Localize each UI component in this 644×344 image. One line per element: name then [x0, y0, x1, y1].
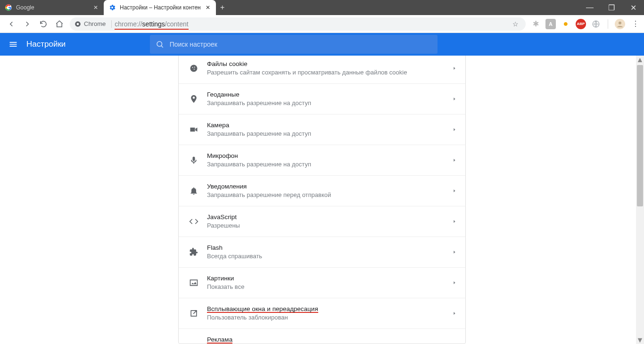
- new-tab-button[interactable]: +: [216, 0, 229, 15]
- svg-point-9: [194, 69, 195, 70]
- settings-row-title: Камера: [207, 121, 452, 130]
- settings-row-title: Геоданные: [207, 90, 452, 99]
- back-button[interactable]: [6, 18, 17, 30]
- settings-row-mic[interactable]: МикрофонЗапрашивать разрешение на доступ: [179, 145, 465, 176]
- reload-button[interactable]: [38, 18, 49, 30]
- settings-row-texts: МикрофонЗапрашивать разрешение на доступ: [207, 152, 452, 169]
- code-icon: [187, 217, 200, 226]
- settings-row-title: Файлы cookie: [207, 60, 452, 68]
- svg-point-6: [190, 65, 198, 72]
- tab-favicon: [108, 4, 116, 11]
- svg-point-2: [77, 23, 79, 25]
- scrollbar-up-icon[interactable]: ▲: [636, 56, 644, 64]
- settings-row-image[interactable]: КартинкиПоказать все: [179, 268, 465, 298]
- settings-row-subtitle: Запрашивать разрешение перед отправкой: [207, 191, 452, 199]
- window-controls: — ❐ ✕: [579, 0, 644, 15]
- settings-search[interactable]: [150, 35, 438, 54]
- settings-row-title: JavaScript: [207, 213, 452, 221]
- close-window-button[interactable]: ✕: [622, 0, 644, 15]
- tab-close-icon[interactable]: ✕: [92, 4, 99, 11]
- location-icon: [187, 94, 200, 104]
- settings-row-code[interactable]: JavaScriptРазрешены: [179, 206, 465, 237]
- browser-menu-button[interactable]: ⋮: [630, 18, 641, 30]
- extension-pdf-icon[interactable]: A: [545, 19, 556, 29]
- settings-row-texts: ГеоданныеЗапрашивать разрешение на досту…: [207, 90, 452, 107]
- tab-close-icon[interactable]: ✕: [205, 4, 211, 11]
- extension-coin-icon[interactable]: ●: [561, 19, 571, 29]
- hamburger-menu-button[interactable]: [0, 40, 26, 49]
- chevron-right-icon: [452, 217, 457, 226]
- settings-row-subtitle: Показать все: [207, 283, 452, 291]
- settings-row-title: Микрофон: [207, 152, 452, 160]
- settings-row-subtitle: Пользователь заблокирован: [207, 313, 452, 322]
- extension-abp-icon[interactable]: ABP: [576, 19, 586, 29]
- forward-button[interactable]: [22, 18, 33, 30]
- settings-row-location[interactable]: ГеоданныеЗапрашивать разрешение на досту…: [179, 84, 465, 115]
- settings-row-title: Картинки: [207, 274, 452, 283]
- bell-icon: [187, 186, 200, 196]
- settings-row-texts: Файлы cookieРазрешить сайтам сохранять и…: [207, 60, 452, 77]
- scrollbar-down-icon[interactable]: ▼: [636, 336, 644, 344]
- settings-row-camera[interactable]: КамераЗапрашивать разрешение на доступ: [179, 115, 465, 145]
- settings-row-texts: УведомленияЗапрашивать разрешение перед …: [207, 182, 452, 199]
- settings-search-input[interactable]: [170, 41, 432, 48]
- svg-point-4: [619, 21, 621, 24]
- camera-icon: [187, 125, 200, 134]
- settings-header: Настройки: [0, 33, 644, 56]
- extension-shield-icon[interactable]: ✱: [530, 19, 541, 29]
- site-chip: Chrome: [74, 20, 106, 27]
- chevron-right-icon: [452, 309, 457, 318]
- tab-strip: Google✕Настройки – Настройки контен✕: [0, 0, 216, 15]
- chevron-right-icon: [452, 187, 457, 195]
- site-chip-label: Chrome: [84, 20, 106, 27]
- settings-row-title: Реклама: [207, 336, 452, 344]
- settings-row-puzzle[interactable]: FlashВсегда спрашивать: [179, 237, 465, 268]
- window-titlebar: Google✕Настройки – Настройки контен✕ + —…: [0, 0, 644, 15]
- popup-icon: [187, 309, 200, 318]
- svg-point-5: [157, 41, 162, 47]
- chevron-right-icon: [452, 125, 457, 134]
- url-scheme: chrome://: [115, 20, 142, 28]
- settings-row-subtitle: Запрашивать разрешение на доступ: [207, 130, 452, 138]
- chip-separator: [111, 20, 112, 28]
- settings-row-popup[interactable]: Всплывающие окна и переадресацияПользова…: [179, 298, 465, 329]
- home-button[interactable]: [54, 18, 65, 30]
- tab-title: Настройки – Настройки контен: [120, 4, 201, 11]
- extension-globe-icon[interactable]: [591, 19, 601, 29]
- settings-row-texts: Всплывающие окна и переадресацияПользова…: [207, 305, 452, 322]
- settings-row-subtitle: Разрешены: [207, 221, 452, 230]
- settings-row-title: Всплывающие окна и переадресация: [207, 305, 452, 313]
- scrollbar-thumb[interactable]: [637, 65, 643, 206]
- settings-row-cookie[interactable]: Файлы cookieРазрешить сайтам сохранять и…: [179, 56, 465, 84]
- content-settings-card: Файлы cookieРазрешить сайтам сохранять и…: [178, 56, 466, 344]
- address-bar[interactable]: Chrome chrome://settings/content ☆: [70, 17, 526, 31]
- vertical-scrollbar[interactable]: ▲ ▼: [636, 56, 644, 344]
- bookmark-star-icon[interactable]: ☆: [510, 18, 521, 30]
- settings-row-ads[interactable]: РекламаОбъявления заблокированы на сайта…: [179, 329, 465, 344]
- browser-toolbar: Chrome chrome://settings/content ☆ ✱ A ●…: [0, 15, 644, 33]
- tab-favicon: [5, 4, 12, 11]
- browser-tab[interactable]: Google✕: [0, 0, 104, 15]
- settings-row-title: Уведомления: [207, 182, 452, 191]
- profile-avatar-icon[interactable]: [615, 19, 625, 29]
- url-annotation-underline: [115, 29, 188, 30]
- settings-row-subtitle: Запрашивать разрешение на доступ: [207, 160, 452, 169]
- settings-row-texts: КамераЗапрашивать разрешение на доступ: [207, 121, 452, 138]
- image-icon: [187, 278, 200, 287]
- settings-row-texts: РекламаОбъявления заблокированы на сайта…: [207, 336, 452, 344]
- svg-point-7: [192, 67, 193, 68]
- tab-title: Google: [16, 4, 89, 11]
- minimize-button[interactable]: —: [579, 0, 601, 15]
- chevron-right-icon: [452, 278, 457, 287]
- chevron-right-icon: [452, 248, 457, 256]
- svg-point-8: [194, 67, 195, 68]
- maximize-button[interactable]: ❐: [601, 0, 622, 15]
- url-host: settings: [142, 20, 165, 28]
- browser-tab[interactable]: Настройки – Настройки контен✕: [104, 0, 216, 15]
- puzzle-icon: [187, 247, 200, 257]
- settings-title: Настройки: [26, 40, 66, 49]
- settings-row-texts: JavaScriptРазрешены: [207, 213, 452, 230]
- settings-row-bell[interactable]: УведомленияЗапрашивать разрешение перед …: [179, 176, 465, 206]
- settings-row-subtitle: Разрешить сайтам сохранять и просматрива…: [207, 68, 452, 77]
- cookie-icon: [187, 64, 200, 73]
